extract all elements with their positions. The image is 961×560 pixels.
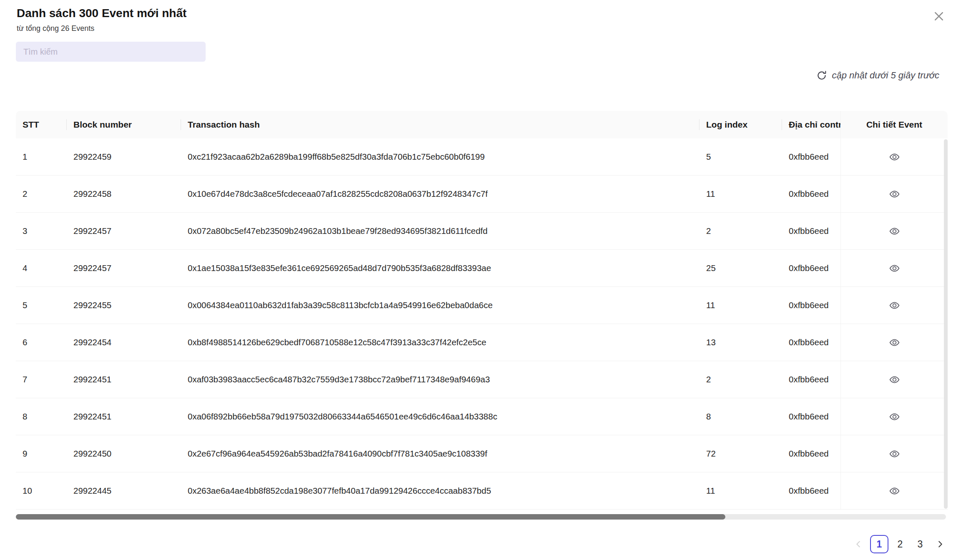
cell-block-number: 29922458 [67,176,181,212]
cell-transaction-hash: 0xc21f923acaa62b2a6289ba199ff68b5e825df3… [181,138,699,175]
cell-log-index: 11 [699,472,782,509]
cell-transaction-hash: 0x1ae15038a15f3e835efe361ce692569265ad48… [181,250,699,286]
pagination: 1 2 3 [850,535,948,553]
cell-log-index: 72 [699,435,782,472]
cell-block-number: 29922451 [67,361,181,398]
refresh-status-text: cập nhật dưới 5 giây trước [832,70,940,81]
refresh-icon[interactable] [816,70,827,81]
table-body: 1 29922459 0xc21f923acaa62b2a6289ba199ff… [16,138,948,510]
view-event-button[interactable] [886,149,903,165]
table-row: 1 29922459 0xc21f923acaa62b2a6289ba199ff… [16,138,948,176]
cell-contract-address: 0xfbb6eed [782,361,840,398]
cell-contract-address: 0xfbb6eed [782,176,840,212]
cell-contract-address: 0xfbb6eed [782,213,840,249]
view-event-button[interactable] [886,260,903,276]
view-event-button[interactable] [886,186,903,202]
column-header-contract-address: Địa chỉ contract [782,111,840,138]
table-row: 9 29922450 0x2e67cf96a964ea545926ab53bad… [16,435,948,472]
chevron-left-icon [854,540,863,549]
horizontal-scrollbar-thumb[interactable] [16,514,725,520]
view-event-button[interactable] [886,334,903,351]
table-row: 7 29922451 0xaf03b3983aacc5ec6ca487b32c7… [16,361,948,398]
eye-icon [889,263,900,274]
cell-contract-address: 0xfbb6eed [782,398,840,435]
eye-icon [889,300,900,311]
cell-log-index: 2 [699,361,782,398]
eye-icon [889,485,900,497]
cell-stt: 5 [16,287,67,324]
cell-stt: 3 [16,213,67,249]
cell-log-index: 8 [699,398,782,435]
cell-contract-address: 0xfbb6eed [782,472,840,509]
horizontal-scrollbar[interactable] [16,514,946,520]
cell-event-detail [840,213,948,249]
eye-icon [889,337,900,348]
close-button[interactable] [929,7,948,26]
cell-transaction-hash: 0x263ae6a4ae4bb8f852cda198e3077fefb40a17… [181,472,699,509]
cell-event-detail [840,435,948,472]
view-event-button[interactable] [886,223,903,239]
column-header-stt: STT [16,111,67,138]
page-title: Danh sách 300 Event mới nhất [17,7,186,20]
table-row: 8 29922451 0xa06f892bb66eb58a79d1975032d… [16,398,948,435]
cell-log-index: 13 [699,324,782,361]
cell-event-detail [840,361,948,398]
cell-log-index: 2 [699,213,782,249]
vertical-scrollbar[interactable] [944,139,948,509]
cell-block-number: 29922457 [67,250,181,286]
pagination-next-button[interactable] [932,535,948,553]
cell-stt: 7 [16,361,67,398]
cell-event-detail [840,138,948,175]
pagination-prev-button[interactable] [850,535,867,553]
close-icon [933,10,945,23]
pagination-page-1[interactable]: 1 [870,535,888,553]
eye-icon [889,448,900,460]
cell-stt: 6 [16,324,67,361]
cell-stt: 1 [16,138,67,175]
cell-contract-address: 0xfbb6eed [782,435,840,472]
view-event-button[interactable] [886,409,903,425]
cell-log-index: 11 [699,176,782,212]
search-input[interactable] [16,42,206,62]
cell-event-detail [840,176,948,212]
events-table: STT Block number Transaction hash Log in… [16,111,948,510]
cell-stt: 8 [16,398,67,435]
cell-block-number: 29922451 [67,398,181,435]
cell-event-detail [840,398,948,435]
cell-transaction-hash: 0xaf03b3983aacc5ec6ca487b32c7559d3e1738b… [181,361,699,398]
eye-icon [889,411,900,422]
table-row: 3 29922457 0x072a80bc5ef47eb23509b24962a… [16,213,948,250]
table-row: 5 29922455 0x0064384ea0110ab632d1fab3a39… [16,287,948,324]
column-header-event-detail: Chi tiết Event [840,111,948,138]
cell-block-number: 29922445 [67,472,181,509]
cell-log-index: 11 [699,287,782,324]
cell-contract-address: 0xfbb6eed [782,287,840,324]
view-event-button[interactable] [886,483,903,499]
cell-stt: 9 [16,435,67,472]
view-event-button[interactable] [886,372,903,388]
table-row: 2 29922458 0x10e67d4e78dc3a8ce5fcdeceaa0… [16,176,948,213]
table-row: 10 29922445 0x263ae6a4ae4bb8f852cda198e3… [16,472,948,510]
view-event-button[interactable] [886,446,903,462]
cell-event-detail [840,250,948,286]
cell-log-index: 25 [699,250,782,286]
cell-contract-address: 0xfbb6eed [782,324,840,361]
view-event-button[interactable] [886,297,903,314]
cell-event-detail [840,287,948,324]
pagination-page-2[interactable]: 2 [892,535,908,553]
column-header-block-number: Block number [67,111,181,138]
cell-event-detail [840,324,948,361]
table-header: STT Block number Transaction hash Log in… [16,111,948,138]
pagination-page-3[interactable]: 3 [912,535,928,553]
cell-log-index: 5 [699,138,782,175]
cell-stt: 10 [16,472,67,509]
column-header-transaction-hash: Transaction hash [181,111,699,138]
eye-icon [889,188,900,200]
page-subtitle: từ tổng cộng 26 Events [17,24,94,33]
cell-transaction-hash: 0x0064384ea0110ab632d1fab3a39c58c8113bcf… [181,287,699,324]
column-header-log-index: Log index [699,111,782,138]
eye-icon [889,226,900,237]
cell-transaction-hash: 0x072a80bc5ef47eb23509b24962a103b1beae79… [181,213,699,249]
refresh-status: cập nhật dưới 5 giây trước [816,66,940,85]
eye-icon [889,151,900,163]
